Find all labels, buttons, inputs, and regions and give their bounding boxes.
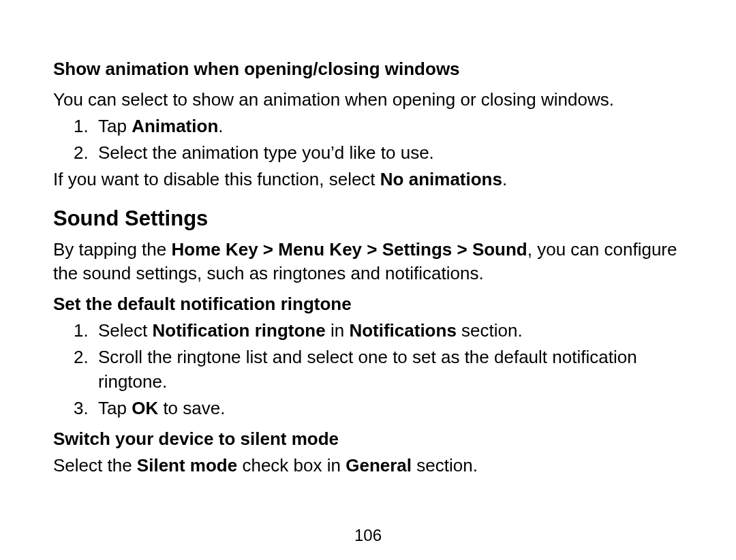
text-bold-path: Home Key > Menu Key > Settings > Sound: [171, 239, 527, 260]
text-bold-general: General: [346, 455, 412, 476]
text-fragment: section.: [412, 455, 478, 476]
list-item: 1. Select Notification ringtone in Notif…: [74, 319, 688, 343]
list-item-content: Tap Animation.: [98, 114, 688, 138]
list-item-content: Tap OK to save.: [98, 396, 688, 420]
text-fragment: Select: [98, 320, 153, 341]
text-fragment: Select the: [53, 455, 137, 476]
page-number: 106: [0, 526, 736, 545]
text-show-animation-intro: You can select to show an animation when…: [53, 88, 688, 112]
list-item: 2. Scroll the ringtone list and select o…: [74, 345, 688, 393]
text-sound-settings-intro: By tapping the Home Key > Menu Key > Set…: [53, 238, 688, 285]
list-item-number: 2.: [74, 141, 98, 165]
text-fragment: in: [326, 320, 350, 341]
text-fragment: .: [502, 169, 507, 189]
heading-default-notification-ringtone: Set the default notification ringtone: [53, 294, 688, 315]
list-item-content: Scroll the ringtone list and select one …: [98, 345, 688, 393]
text-fragment: Tap: [98, 398, 132, 418]
list-item-number: 1.: [74, 114, 98, 138]
list-item: 1. Tap Animation.: [74, 114, 688, 138]
heading-silent-mode: Switch your device to silent mode: [53, 429, 688, 450]
list-item: 2. Select the animation type you’d like …: [74, 141, 688, 165]
text-fragment: check box in: [237, 455, 346, 476]
list-item-number: 1.: [74, 319, 98, 343]
list-ringtone-steps: 1. Select Notification ringtone in Notif…: [74, 319, 688, 420]
list-item-content: Select Notification ringtone in Notifica…: [98, 319, 688, 343]
text-fragment: Tap: [98, 116, 132, 136]
text-fragment: .: [218, 116, 223, 136]
text-bold-notifications: Notifications: [349, 320, 456, 341]
text-bold-notification-ringtone: Notification ringtone: [153, 320, 326, 341]
text-bold-ok: OK: [132, 398, 158, 418]
list-item-number: 3.: [74, 396, 98, 420]
list-item: 3. Tap OK to save.: [74, 396, 688, 420]
list-show-animation-steps: 1. Tap Animation. 2. Select the animatio…: [74, 114, 688, 165]
text-disable-note: If you want to disable this function, se…: [53, 168, 688, 191]
text-bold-no-animations: No animations: [380, 169, 502, 189]
text-fragment: By tapping the: [53, 239, 171, 260]
list-item-content: Select the animation type you’d like to …: [98, 141, 688, 165]
text-fragment: to save.: [158, 398, 225, 418]
heading-show-animation: Show animation when opening/closing wind…: [53, 58, 688, 81]
text-bold-silent-mode: Silent mode: [137, 455, 237, 476]
text-silent-mode-instruction: Select the Silent mode check box in Gene…: [53, 454, 688, 478]
heading-sound-settings: Sound Settings: [53, 206, 688, 231]
text-fragment: If you want to disable this function, se…: [53, 169, 380, 189]
text-bold-animation: Animation: [132, 116, 218, 136]
text-fragment: section.: [457, 320, 523, 341]
list-item-number: 2.: [74, 345, 98, 393]
